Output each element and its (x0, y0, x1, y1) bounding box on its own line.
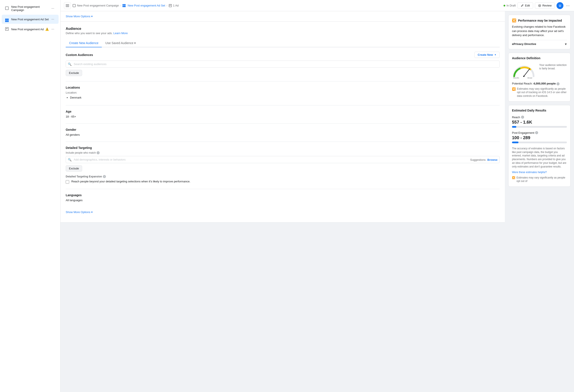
sidebar-item-campaign-label: New Post engagement Campaign (11, 5, 51, 12)
svg-point-12 (539, 5, 540, 6)
post-engagement-result-item: Post Engagement i 100 - 289 (512, 131, 567, 143)
nav-right: In Draft Edit Review U ··· (504, 2, 571, 9)
review-icon (538, 4, 541, 7)
gender-title: Gender (66, 128, 500, 131)
potential-reach-info-icon[interactable]: i (556, 82, 559, 85)
age-value: 18 - 65+ (66, 115, 500, 118)
reach-result-item: Reach i 557 - 1.6K (512, 116, 567, 128)
search-actions: Suggestions Browse (470, 158, 497, 161)
learn-more-link[interactable]: Learn More (113, 32, 127, 35)
sidebar-item-ad[interactable]: New Post engagement Ad ⚠️ ··· (2, 25, 59, 34)
suggestions-label: Suggestions (470, 158, 486, 161)
main-content: New Post engagement Campaign › New Post … (61, 0, 574, 392)
audience-card: Audience Define who you want to see your… (61, 21, 505, 223)
targeting-expansion-section: Detailed Targeting Expansion i Reach peo… (66, 175, 500, 184)
post-engagement-bar-fill (512, 142, 518, 143)
locations-title: Locations (66, 86, 500, 89)
edit-button[interactable]: Edit (517, 2, 533, 9)
age-section: Age 18 - 65+ (66, 110, 500, 118)
locations-section: Locations Location: Denmark (66, 86, 500, 100)
breadcrumb-ad[interactable]: 1 Ad (173, 4, 179, 7)
estimated-results-card: Estimated Daily Results Reach i 557 - 1.… (508, 105, 571, 187)
campaign-more-button[interactable]: ··· (51, 6, 55, 11)
browse-button[interactable]: Browse (487, 158, 497, 161)
sidebar-item-adset[interactable]: New Post engagement Ad Set ··· (2, 15, 59, 24)
show-more-top-link[interactable]: Show More Options ▾ (66, 15, 500, 18)
svg-rect-4 (66, 4, 69, 5)
detailed-targeting-section: Detailed Targeting Include people who ma… (66, 146, 500, 184)
eprivacy-chevron-icon: ∨ (565, 42, 567, 46)
ad-icon (5, 27, 9, 31)
search-icon: 🔍 (68, 62, 72, 66)
expansion-title: Detailed Targeting Expansion i (66, 175, 500, 178)
results-note: 🔀 Estimates may vary significantly as pe… (512, 176, 567, 183)
user-avatar[interactable]: U (556, 2, 563, 9)
sidebar-item-campaign-actions: ··· (51, 6, 55, 11)
topnav-more-button[interactable]: ··· (565, 2, 571, 8)
expansion-checkbox[interactable] (66, 180, 69, 184)
results-disclaimer: The accuracy of estimates is based on fa… (512, 147, 567, 168)
status-dot (504, 5, 505, 6)
detailed-targeting-search-icon: 🔍 (68, 158, 72, 162)
performance-card: 🔀 Performance may be impacted Evolving c… (508, 15, 571, 49)
results-note-icon: 🔀 (512, 176, 515, 180)
audience-subtitle: Define who you want to see your ads. Lea… (66, 32, 500, 35)
reach-note-icon: 🔀 (512, 87, 516, 91)
expansion-info-icon[interactable]: i (103, 175, 106, 178)
custom-audiences-exclude-button[interactable]: Exclude (66, 70, 82, 76)
ad-warning-icon: ⚠️ (45, 27, 49, 31)
reach-info-icon[interactable]: i (521, 116, 524, 119)
breadcrumb-ad-icon (169, 4, 172, 7)
show-more-bottom-section: Show More Options ▾ (66, 207, 500, 217)
adset-icon (5, 17, 9, 21)
ad-more-button[interactable]: ··· (51, 27, 55, 32)
status-badge: In Draft (504, 4, 516, 7)
sidebar-item-campaign[interactable]: New Post engagement Campaign ··· (2, 3, 59, 14)
svg-point-11 (538, 4, 541, 7)
languages-section: Languages All languages (66, 193, 500, 202)
gender-section: Gender All genders (66, 128, 500, 136)
eprivacy-row[interactable]: ePrivacy Directive ∨ (512, 40, 567, 46)
detailed-targeting-search-input[interactable] (66, 156, 500, 163)
tab-create-new-audience[interactable]: Create New Audience (66, 39, 102, 47)
detailed-targeting-search-wrapper: 🔍 Suggestions Browse (66, 156, 500, 163)
breadcrumb-adset-icon (123, 4, 125, 7)
show-more-bottom-link[interactable]: Show More Options ▾ (66, 210, 500, 214)
expansion-checkbox-label: Reach people beyond your detailed target… (71, 180, 190, 183)
post-engagement-info-icon[interactable]: i (535, 131, 538, 134)
breadcrumb-adset[interactable]: New Post engagement Ad Set (128, 4, 165, 7)
gauge-svg: Specific Broad (512, 63, 536, 79)
center-panel: Show More Options ▾ Audience Define who … (61, 11, 505, 392)
sidebar-item-adset-label: New Post engagement Ad Set (11, 18, 51, 21)
post-engagement-value: 100 - 289 (512, 135, 567, 140)
reach-value: 557 - 1.6K (512, 120, 567, 125)
campaign-icon (5, 6, 9, 10)
right-panel: 🔀 Performance may be impacted Evolving c… (505, 11, 574, 392)
custom-audiences-search-input[interactable] (66, 61, 500, 68)
show-more-top-section: Show More Options ▾ (61, 11, 505, 21)
svg-rect-6 (66, 6, 69, 7)
svg-line-13 (524, 69, 530, 76)
custom-audiences-section: Custom Audiences Create New ▼ 🔍 Exclude (66, 52, 500, 76)
results-helpful-link[interactable]: Were these estimates helpful? (512, 171, 547, 174)
eprivacy-label: ePrivacy Directive (512, 42, 536, 46)
review-button[interactable]: Review (535, 2, 555, 9)
toggle-sidebar-button[interactable] (64, 2, 71, 9)
sidebar-item-ad-label: New Post engagement Ad (11, 28, 45, 31)
breadcrumb-campaign[interactable]: New Post engagement Campaign (77, 4, 119, 7)
edit-icon (521, 4, 524, 7)
breadcrumb-campaign-icon (73, 4, 76, 7)
adset-more-button[interactable]: ··· (51, 17, 55, 21)
sidebar-item-ad-actions: ⚠️ ··· (45, 27, 55, 32)
custom-audiences-title: Custom Audiences (66, 53, 93, 57)
performance-card-body: Evolving changes related to how Facebook… (512, 25, 567, 37)
location-item: Denmark (70, 95, 500, 100)
include-info-icon[interactable]: i (97, 151, 100, 154)
tab-use-saved-audience[interactable]: Use Saved Audience ▾ (102, 39, 139, 47)
svg-text:Broad: Broad (528, 77, 532, 79)
svg-text:Specific: Specific (513, 77, 519, 79)
svg-rect-5 (66, 5, 69, 6)
detailed-targeting-exclude-button[interactable]: Exclude (66, 165, 82, 172)
svg-point-14 (523, 76, 525, 77)
create-new-button[interactable]: Create New ▼ (474, 52, 500, 58)
